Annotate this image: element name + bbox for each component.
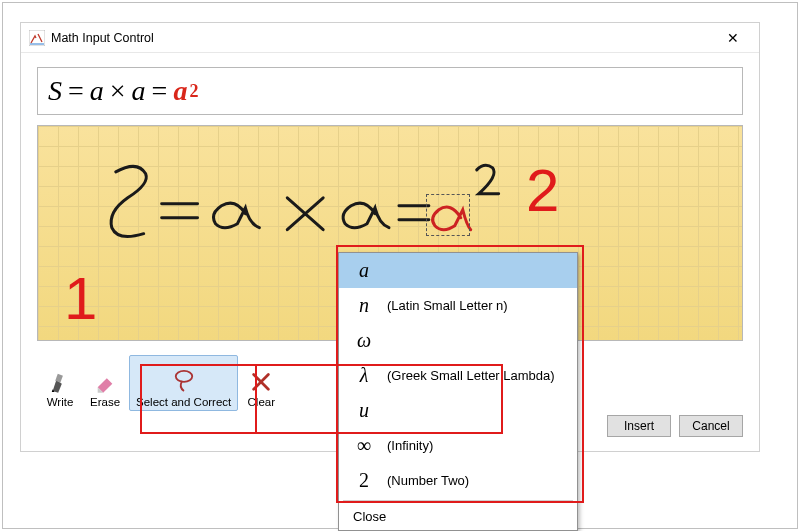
popup-separator [343,500,573,501]
popup-symbol: u [353,399,375,422]
popup-item-4[interactable]: u [339,393,577,428]
popup-symbol: λ [353,364,375,387]
popup-close[interactable]: Close [339,503,577,530]
popup-desc: (Number Two) [387,473,469,488]
formula-a2: a [132,75,146,107]
popup-item-0[interactable]: a [339,253,577,288]
popup-item-6[interactable]: 2(Number Two) [339,463,577,498]
popup-desc: (Latin Small Letter n) [387,298,508,313]
clear-icon [250,366,272,394]
footer-buttons: Insert Cancel [607,415,743,437]
titlebar: Math Input Control ✕ [21,23,759,53]
popup-item-5[interactable]: ∞(Infinity) [339,428,577,463]
close-button[interactable]: ✕ [713,26,753,50]
popup-item-3[interactable]: λ(Greek Small Letter Lambda) [339,358,577,393]
pencil-icon [49,366,71,394]
popup-item-2[interactable]: ω [339,323,577,358]
formula-eq1: = [68,75,84,107]
popup-symbol: n [353,294,375,317]
clear-label: Clear [248,396,275,408]
ink-selection-box [426,194,470,236]
formula-red-a: a [173,75,187,107]
popup-desc: (Greek Small Letter Lambda) [387,368,555,383]
insert-button[interactable]: Insert [607,415,671,437]
formula-red-exp: 2 [189,81,198,102]
formula-a1: a [90,75,104,107]
window-title: Math Input Control [51,31,713,45]
lasso-icon [173,366,195,394]
recognized-formula: S = a × a = a2 [37,67,743,115]
select-correct-label: Select and Correct [136,396,231,408]
popup-symbol: ω [353,329,375,352]
close-icon: ✕ [727,30,739,46]
popup-symbol: ∞ [353,434,375,457]
formula-S: S [48,75,62,107]
popup-symbol: a [353,259,375,282]
app-icon [29,30,45,46]
popup-desc: (Infinity) [387,438,433,453]
formula-times: × [110,75,126,107]
write-label: Write [47,396,74,408]
popup-item-1[interactable]: n(Latin Small Letter n) [339,288,577,323]
correction-popup: an(Latin Small Letter n)ωλ(Greek Small L… [338,252,578,531]
popup-symbol: 2 [353,469,375,492]
write-tool[interactable]: Write [39,355,81,411]
cancel-button[interactable]: Cancel [679,415,743,437]
eraser-icon [94,366,116,394]
select-correct-tool[interactable]: Select and Correct [129,355,238,411]
erase-label: Erase [90,396,120,408]
clear-tool[interactable]: Clear [240,355,282,411]
svg-point-2 [175,371,192,382]
formula-eq2: = [152,75,168,107]
erase-tool[interactable]: Erase [83,355,127,411]
